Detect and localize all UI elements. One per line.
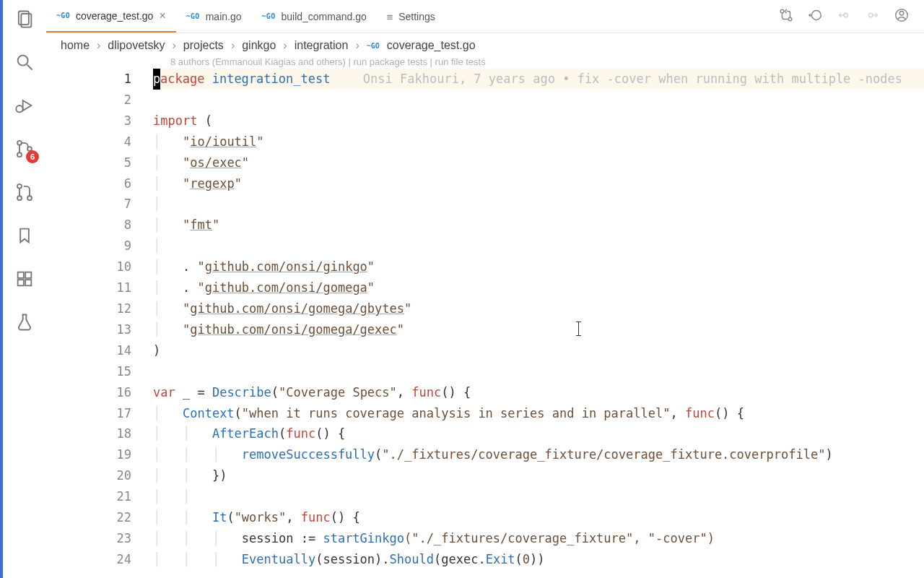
tab-settings[interactable]: ≡ Settings bbox=[377, 0, 445, 33]
bookmark-icon[interactable] bbox=[12, 223, 38, 249]
svg-rect-13 bbox=[18, 280, 24, 285]
svg-point-19 bbox=[844, 13, 848, 17]
tab-coverage-test[interactable]: ~GO coverage_test.go × bbox=[46, 0, 176, 33]
crumb[interactable]: projects bbox=[183, 39, 224, 52]
settings-icon: ≡ bbox=[387, 11, 393, 22]
svg-line-3 bbox=[27, 65, 32, 70]
tab-label: main.go bbox=[206, 11, 242, 22]
close-icon[interactable]: × bbox=[159, 9, 165, 22]
tab-label: build_command.go bbox=[281, 11, 366, 22]
go-icon: ~GO bbox=[367, 42, 380, 50]
tab-bar: ~GO coverage_test.go × ~GO main.go ~GO b… bbox=[46, 0, 924, 33]
crumb[interactable]: ginkgo bbox=[242, 39, 276, 52]
compare-icon[interactable] bbox=[778, 7, 794, 25]
crumb[interactable]: home bbox=[61, 39, 90, 52]
svg-rect-12 bbox=[18, 272, 24, 278]
tab-label: Settings bbox=[398, 11, 435, 22]
pull-request-icon[interactable] bbox=[12, 179, 38, 205]
tab-build-command[interactable]: ~GO build_command.go bbox=[252, 0, 377, 33]
git-blame: Onsi Fakhouri, 7 years ago • fix -cover … bbox=[363, 69, 902, 90]
code-editor[interactable]: 1 package integration_test Onsi Fakhouri… bbox=[46, 69, 924, 578]
go-icon: ~GO bbox=[262, 12, 276, 20]
testing-icon[interactable] bbox=[12, 309, 38, 335]
svg-point-22 bbox=[899, 12, 904, 16]
main-area: ~GO coverage_test.go × ~GO main.go ~GO b… bbox=[46, 0, 924, 578]
tabs: ~GO coverage_test.go × ~GO main.go ~GO b… bbox=[46, 0, 445, 33]
svg-marker-4 bbox=[23, 100, 32, 111]
svg-point-16 bbox=[780, 9, 784, 13]
explorer-icon[interactable] bbox=[12, 6, 38, 32]
svg-point-5 bbox=[16, 105, 22, 112]
code-lens[interactable]: 8 authors (Emmanouil Kiagias and others)… bbox=[46, 55, 924, 69]
crumb-file[interactable]: coverage_test.go bbox=[387, 39, 476, 52]
extensions-icon[interactable] bbox=[12, 266, 38, 292]
account-icon[interactable] bbox=[894, 7, 910, 25]
svg-rect-14 bbox=[25, 280, 31, 285]
svg-point-11 bbox=[27, 196, 32, 200]
line-number: 1 bbox=[46, 69, 153, 90]
svg-point-20 bbox=[869, 13, 873, 17]
code-line[interactable]: 1 package integration_test Onsi Fakhouri… bbox=[46, 69, 924, 90]
prev-change-icon[interactable] bbox=[836, 7, 852, 25]
go-icon: ~GO bbox=[186, 12, 200, 20]
source-control-icon[interactable]: 6 bbox=[12, 136, 38, 162]
revert-icon[interactable] bbox=[807, 7, 823, 25]
search-icon[interactable] bbox=[12, 49, 38, 75]
run-debug-icon[interactable] bbox=[12, 92, 38, 118]
svg-point-6 bbox=[17, 141, 22, 145]
app-root: 6 ~GO coverage_test.go × ~GO ma bbox=[0, 0, 924, 578]
svg-rect-15 bbox=[25, 272, 31, 278]
scm-badge: 6 bbox=[26, 150, 39, 163]
svg-point-2 bbox=[18, 56, 28, 66]
tab-main-go[interactable]: ~GO main.go bbox=[176, 0, 252, 33]
activity-bar: 6 bbox=[3, 0, 46, 578]
breadcrumb[interactable]: home› dlipovetsky› projects› ginkgo› int… bbox=[46, 33, 924, 55]
next-change-icon[interactable] bbox=[865, 7, 881, 25]
crumb[interactable]: integration bbox=[295, 39, 349, 52]
svg-point-9 bbox=[17, 184, 22, 189]
svg-point-10 bbox=[17, 196, 22, 200]
editor-actions bbox=[778, 7, 924, 25]
tab-label: coverage_test.go bbox=[76, 10, 153, 22]
svg-point-17 bbox=[788, 17, 792, 21]
crumb[interactable]: dlipovetsky bbox=[108, 39, 165, 52]
svg-point-18 bbox=[811, 11, 821, 20]
go-icon: ~GO bbox=[56, 12, 70, 20]
svg-point-7 bbox=[17, 152, 22, 157]
